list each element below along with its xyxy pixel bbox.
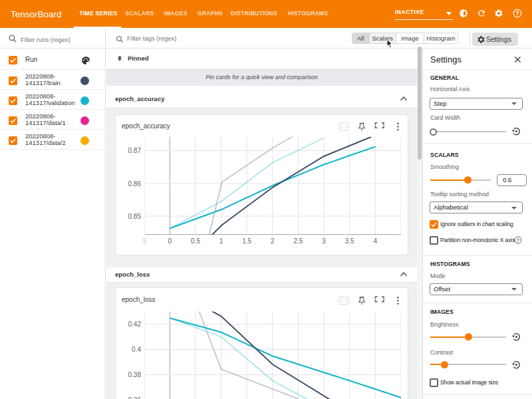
svg-text:4: 4 xyxy=(373,237,377,244)
svg-text:0.87: 0.87 xyxy=(128,147,142,154)
svg-text:0.86: 0.86 xyxy=(128,180,142,187)
svg-text:0.5: 0.5 xyxy=(191,237,200,244)
svg-text:0.38: 0.38 xyxy=(128,371,142,378)
svg-text:0: 0 xyxy=(168,237,172,244)
svg-text:0.42: 0.42 xyxy=(128,321,142,328)
svg-text:0.4: 0.4 xyxy=(132,346,141,353)
svg-text:3: 3 xyxy=(322,237,326,244)
svg-text:3.5: 3.5 xyxy=(345,237,354,244)
svg-text:1.5: 1.5 xyxy=(242,237,251,244)
svg-text:0.36: 0.36 xyxy=(128,396,142,399)
svg-text:1: 1 xyxy=(219,237,223,244)
svg-text:0.85: 0.85 xyxy=(128,212,142,219)
svg-text:?: ? xyxy=(515,10,519,16)
svg-text:2.5: 2.5 xyxy=(293,237,303,244)
svg-text:2: 2 xyxy=(271,237,275,244)
svg-text:?: ? xyxy=(517,238,519,243)
svg-text:5: 5 xyxy=(143,237,147,244)
